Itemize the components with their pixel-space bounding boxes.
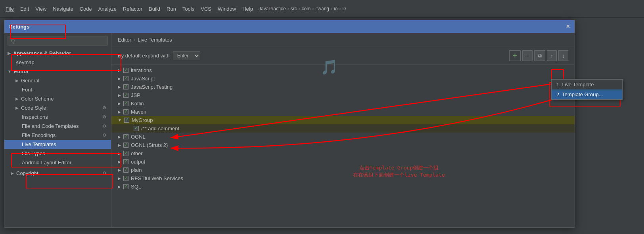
menu-view[interactable]: View — [33, 4, 49, 13]
gear-icon: ⚙ — [102, 124, 106, 129]
menu-code[interactable]: Code — [77, 4, 94, 13]
sidebar-item-file-types[interactable]: File Types — [4, 149, 111, 158]
expand-select[interactable]: Enter Tab Space — [173, 51, 200, 60]
checkbox-iterations[interactable] — [123, 68, 128, 73]
menu-build[interactable]: Build — [146, 4, 163, 13]
sidebar-item-general[interactable]: ▶ General — [4, 76, 111, 85]
sidebar-item-appearance[interactable]: ▶ Appearance & Behavior — [4, 49, 111, 58]
move-up-button[interactable]: ↑ — [547, 50, 557, 61]
arrow-icon: ▶ — [11, 171, 14, 175]
toolbar-left: By default expand with Enter Tab Space — [118, 51, 200, 60]
group-label: MyGroup — [132, 117, 153, 123]
group-output[interactable]: ▶ output — [111, 158, 575, 166]
group-iterations[interactable]: ▶ iterations — [111, 66, 575, 74]
sidebar-item-live-templates[interactable]: Live Templates — [4, 140, 111, 149]
menu-refactor[interactable]: Refactor — [121, 4, 145, 13]
group-other[interactable]: ▶ other — [111, 149, 575, 158]
breadcrumb: JavaPractice › src › com › itwang › io ›… — [259, 6, 346, 11]
checkbox-jsp[interactable] — [123, 93, 128, 98]
arrow-down-icon: ▼ — [8, 69, 12, 74]
sidebar-item-label: Copyright — [16, 170, 38, 176]
sidebar-item-file-encodings[interactable]: File Encodings ⚙ — [4, 131, 111, 140]
dropdown-item-template-group[interactable]: 2. Template Group... — [552, 89, 622, 99]
add-button[interactable]: + — [509, 50, 521, 61]
sidebar-item-android-layout-editor[interactable]: Android Layout Editor — [4, 158, 111, 167]
checkbox-javascript-testing[interactable] — [123, 84, 128, 89]
sidebar-item-label: Android Layout Editor — [22, 160, 71, 166]
move-down-button[interactable]: ↓ — [558, 50, 568, 61]
ide-topbar: File Edit View Navigate Code Analyze Ref… — [0, 0, 644, 18]
sidebar-item-label: Font — [22, 87, 32, 93]
sidebar-item-keymap[interactable]: Keymap — [4, 58, 111, 67]
group-restful[interactable]: ▶ RESTful Web Services — [111, 174, 575, 183]
settings-sidebar: ▶ Appearance & Behavior Keymap ▼ Editor … — [4, 33, 111, 227]
checkbox-plain[interactable] — [123, 167, 128, 173]
arrow-icon: ▶ — [118, 110, 121, 114]
dialog-body: ▶ Appearance & Behavior Keymap ▼ Editor … — [4, 33, 575, 227]
search-input[interactable] — [8, 36, 108, 46]
group-javascript[interactable]: ▶ JavaScript — [111, 74, 575, 83]
breadcrumb-io[interactable]: io — [334, 6, 337, 11]
checkbox-mygroup[interactable] — [124, 118, 129, 123]
sidebar-item-font[interactable]: Font — [4, 85, 111, 94]
checkbox-other[interactable] — [123, 151, 128, 156]
menu-analyze[interactable]: Analyze — [96, 4, 119, 13]
checkbox-output[interactable] — [123, 159, 128, 164]
header-editor: Editor — [118, 37, 131, 43]
menu-vcs[interactable]: VCS — [198, 4, 214, 13]
group-maven[interactable]: ▶ Maven — [111, 108, 575, 116]
group-kotlin[interactable]: ▶ Kotlin — [111, 99, 575, 108]
sidebar-item-color-scheme[interactable]: ▶ Color Scheme — [4, 94, 111, 103]
menu-window[interactable]: Window — [215, 4, 238, 13]
sidebar-item-inspections[interactable]: Inspections ⚙ — [4, 112, 111, 122]
checkbox-maven[interactable] — [123, 109, 128, 114]
arrow-icon: ▶ — [118, 135, 121, 139]
checkbox-sql[interactable] — [123, 184, 128, 189]
group-ognl-struts[interactable]: ▶ OGNL (Struts 2) — [111, 141, 575, 149]
group-label: OGNL (Struts 2) — [131, 142, 168, 148]
group-jsp[interactable]: ▶ JSP — [111, 91, 575, 99]
arrow-icon: ▶ — [118, 168, 121, 172]
breadcrumb-src[interactable]: src — [291, 6, 297, 11]
item-label: /** add comment — [141, 126, 179, 131]
breadcrumb-com[interactable]: com — [302, 6, 311, 11]
menu-navigate[interactable]: Navigate — [50, 4, 75, 13]
menu-run[interactable]: Run — [164, 4, 178, 13]
group-javascript-testing[interactable]: ▶ JavaScript Testing — [111, 83, 575, 91]
close-button[interactable]: × — [566, 23, 570, 30]
sidebar-item-label: Appearance & Behavior — [13, 50, 71, 56]
breadcrumb-project[interactable]: JavaPractice — [259, 6, 286, 11]
sidebar-item-file-code-templates[interactable]: File and Code Templates ⚙ — [4, 122, 111, 131]
group-mygroup[interactable]: ▼ MyGroup — [111, 116, 575, 124]
menu-bar: File Edit View Navigate Code Analyze Ref… — [3, 4, 255, 13]
group-label: Kotlin — [131, 101, 144, 107]
group-sql[interactable]: ▶ SQL — [111, 183, 575, 191]
breadcrumb-itwang[interactable]: itwang — [315, 6, 329, 11]
checkbox-ognl[interactable] — [123, 134, 128, 139]
dialog-title: Settings — [9, 24, 29, 30]
template-item-comment[interactable]: /** add comment — [111, 124, 575, 133]
checkbox-restful[interactable] — [123, 176, 128, 181]
arrow-icon: ▶ — [15, 78, 19, 83]
breadcrumb-d[interactable]: D — [342, 6, 346, 11]
group-ognl[interactable]: ▶ OGNL — [111, 133, 575, 141]
sidebar-item-copyright[interactable]: ▶ Copyright ⚙ — [4, 169, 111, 178]
sidebar-item-label: File and Code Templates — [22, 123, 79, 129]
menu-help[interactable]: Help — [240, 4, 255, 13]
checkbox-ognl-struts[interactable] — [123, 143, 128, 148]
checkbox-kotlin[interactable] — [123, 101, 128, 106]
menu-edit[interactable]: Edit — [18, 4, 31, 13]
group-plain[interactable]: ▶ plain — [111, 166, 575, 174]
dropdown-item-live-template[interactable]: 1. Live Template — [552, 80, 622, 89]
checkbox-comment[interactable] — [134, 126, 139, 131]
remove-button[interactable]: − — [522, 50, 533, 61]
sidebar-item-editor[interactable]: ▼ Editor — [4, 67, 111, 76]
dropdown-menu: 1. Live Template 2. Template Group... — [551, 79, 623, 100]
menu-file[interactable]: File — [3, 4, 16, 13]
sidebar-item-code-style[interactable]: ▶ Code Style ⚙ — [4, 103, 111, 112]
copy-button[interactable]: ⧉ — [534, 50, 545, 61]
checkbox-javascript[interactable] — [123, 76, 128, 81]
arrow-icon: ▶ — [118, 76, 121, 81]
toolbar-right: + − ⧉ ↑ ↓ — [509, 50, 568, 61]
menu-tools[interactable]: Tools — [180, 4, 197, 13]
